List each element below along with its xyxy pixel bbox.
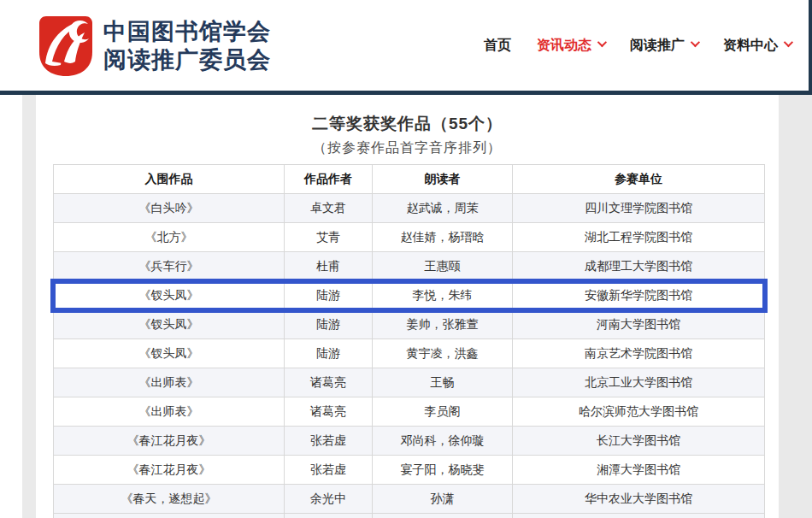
section-title: 二等奖获奖作品（55个） [36,113,779,135]
table-cell: 四川文理学院图书馆 [513,194,764,223]
table-cell: 陆游 [285,310,373,339]
page-gutter-right [779,95,812,518]
table-row: 《钗头凤》陆游李悦，朱纬安徽新华学院图书馆 [54,281,764,310]
site-title: 中国图书馆学会 阅读推广委员会 [103,18,271,74]
table-header-row: 入围作品作品作者朗读者参赛单位 [54,165,764,194]
nav-label: 阅读推广 [630,37,685,55]
table-cell: 河南大学图书馆 [513,310,764,339]
nav-item-home[interactable]: 首页 [484,37,511,55]
table-cell: 《春江花月夜》 [54,456,285,485]
table-cell: 北京工业大学图书馆 [513,368,764,397]
site-title-line1: 中国图书馆学会 [103,18,271,46]
column-header: 参赛单位 [513,165,764,194]
table-row: 《白头吟》卓文君赵武诚，周茉四川文理学院图书馆 [54,194,764,223]
header-edge-strip [809,0,812,95]
section-subtitle: （按参赛作品首字音序排列） [36,139,779,157]
table-cell: 赵佳婧，杨瑨晗 [373,223,513,252]
site-header: 中国图书馆学会 阅读推广委员会 首页 资讯动态 阅读推广 资料中心 [0,0,809,91]
nav-label: 资料中心 [723,37,778,55]
table-cell: 成都理工大学图书馆 [513,252,764,281]
nav-item-news[interactable]: 资讯动态 [537,37,604,55]
page-gutter-left [22,95,36,518]
table-cell: 张若虚 [285,456,373,485]
table-cell: 孙潇 [373,485,513,514]
table-cell: 《北方》 [54,223,285,252]
chevron-down-icon [597,38,607,47]
table-cell [513,514,764,518]
table-cell: 李员阁 [373,397,513,427]
table-row [54,514,764,518]
table-cell: 哈尔滨师范大学图书馆 [513,397,764,427]
table-cell [373,514,513,518]
table-cell: 《春江花月夜》 [54,427,285,456]
chevron-down-icon [691,38,700,47]
article-content: 二等奖获奖作品（55个） （按参赛作品首字音序排列） 入围作品作品作者朗读者参赛… [36,95,779,518]
nav-item-reading-promotion[interactable]: 阅读推广 [630,37,697,55]
table-cell: 湖北工程学院图书馆 [513,223,764,252]
table-cell: 诸葛亮 [285,368,373,397]
column-header: 作品作者 [285,165,373,194]
table-cell: 《出师表》 [54,368,285,397]
nav-label: 资讯动态 [537,37,591,55]
column-header: 入围作品 [54,165,285,194]
table-row: 《兵车行》杜甫王惠颐成都理工大学图书馆 [54,252,764,281]
table-cell: 王畅 [373,368,513,397]
table-row: 《春江花月夜》张若虚邓尚科，徐仰璇长江大学图书馆 [54,427,764,456]
table-cell: 《出师表》 [54,397,285,427]
main-nav: 首页 资讯动态 阅读推广 资料中心 [484,0,791,91]
table-row: 《北方》艾青赵佳婧，杨瑨晗湖北工程学院图书馆 [54,223,764,252]
table-cell: 王惠颐 [373,252,513,281]
table-cell: 南京艺术学院图书馆 [513,339,764,368]
table-row: 《出师表》诸葛亮李员阁哈尔滨师范大学图书馆 [54,397,764,427]
table-cell: 《白头吟》 [54,194,285,223]
table-cell: 余光中 [285,485,373,514]
table-cell: 宴子阳，杨晓斐 [373,456,513,485]
library-logo-icon [38,15,93,77]
table-cell: 黄宇凌，洪鑫 [373,339,513,368]
table-row: 《春天，遂想起》余光中孙潇华中农业大学图书馆 [54,485,764,514]
page: 中国图书馆学会 阅读推广委员会 首页 资讯动态 阅读推广 资料中心 [0,0,812,518]
nav-item-resource-center[interactable]: 资料中心 [723,37,791,55]
table-cell: 华中农业大学图书馆 [513,485,764,514]
table-cell: 卓文君 [285,194,373,223]
site-logo[interactable]: 中国图书馆学会 阅读推广委员会 [38,15,271,77]
table-row: 《春江花月夜》张若虚宴子阳，杨晓斐湘潭大学图书馆 [54,456,764,485]
column-header: 朗读者 [373,165,513,194]
table-cell: 《钗头凤》 [54,310,285,339]
table-row: 《钗头凤》陆游姜帅，张雅萱河南大学图书馆 [54,310,764,339]
table-row: 《钗头凤》陆游黄宇凌，洪鑫南京艺术学院图书馆 [54,339,764,368]
table-cell: 邓尚科，徐仰璇 [373,427,513,456]
table-cell: 安徽新华学院图书馆 [513,281,764,310]
table-cell: 诸葛亮 [285,397,373,427]
table-body: 《白头吟》卓文君赵武诚，周茉四川文理学院图书馆《北方》艾青赵佳婧，杨瑨晗湖北工程… [54,194,764,518]
site-title-line2: 阅读推广委员会 [103,46,271,74]
nav-label: 首页 [484,37,511,55]
table-cell: 张若虚 [285,427,373,456]
table-cell: 《钗头凤》 [54,281,285,310]
table-cell: 李悦，朱纬 [373,281,513,310]
table-cell: 湘潭大学图书馆 [513,456,764,485]
table-cell [285,514,373,518]
table-cell: 《钗头凤》 [54,339,285,368]
chevron-down-icon [784,38,793,47]
table-cell: 杜甫 [285,252,373,281]
table-row: 《出师表》诸葛亮王畅北京工业大学图书馆 [54,368,764,397]
table-cell: 赵武诚，周茉 [373,194,513,223]
awards-table: 入围作品作品作者朗读者参赛单位 《白头吟》卓文君赵武诚，周茉四川文理学院图书馆《… [53,164,765,518]
table-cell: 陆游 [285,281,373,310]
table-cell: 《兵车行》 [54,252,285,281]
table-cell: 陆游 [285,339,373,368]
table-cell: 姜帅，张雅萱 [373,310,513,339]
table-cell [54,514,285,518]
table-cell: 长江大学图书馆 [513,427,764,456]
table-cell: 《春天，遂想起》 [54,485,285,514]
table-cell: 艾青 [285,223,373,252]
